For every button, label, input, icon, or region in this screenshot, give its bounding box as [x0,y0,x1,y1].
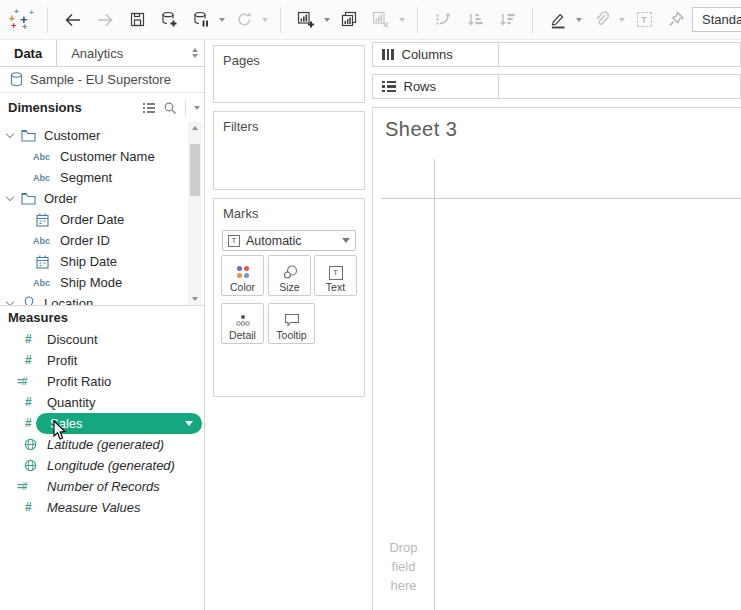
date-type-icon [36,213,49,227]
pane-sort-icon[interactable] [186,40,204,66]
calculated-type-icon: =# [17,376,26,387]
date-type-icon [36,255,49,269]
field-row-ship-mode[interactable]: Abc Ship Mode [0,272,204,293]
run-auto-updates-caret [260,18,269,22]
fix-axes-button [663,7,689,33]
tableau-window: + + + + + + [0,0,741,610]
scroll-down-icon[interactable] [188,293,202,305]
field-row-longitude[interactable]: Longitude (generated) [0,455,204,476]
mark-type-dropdown[interactable]: T Automatic [222,230,356,251]
string-type-icon: Abc [33,152,50,162]
clear-sheet-button [368,7,394,33]
field-row-customer-name[interactable]: Abc Customer Name [0,146,204,167]
rows-shelf[interactable]: Rows [372,74,741,99]
save-button[interactable] [124,7,150,33]
string-type-icon: Abc [33,278,50,288]
new-worksheet-caret[interactable] [322,18,331,22]
globe-icon [24,459,37,472]
sheet-canvas[interactable]: Sheet 3 Drop field here [372,107,741,610]
search-icon[interactable] [163,101,177,115]
toolbar-separator [532,7,533,33]
new-worksheet-button[interactable] [293,7,319,33]
clear-sheet-caret [397,18,406,22]
tooltip-icon [283,312,301,328]
field-row-measure-values[interactable]: # Measure Values [0,497,204,518]
tab-data[interactable]: Data [0,40,57,66]
shelf-column: Pages Filters Marks T Automatic Color [205,40,370,610]
axis-divider-vertical [434,159,435,610]
globe-icon [24,438,37,451]
map-pin-icon [24,296,34,305]
columns-shelf[interactable]: Columns [372,42,741,67]
folder-icon [21,192,36,205]
undo-button[interactable] [60,7,86,33]
sheet-title: Sheet 3 [385,118,457,141]
redo-button[interactable] [92,7,118,33]
toolbar-separator [417,7,418,33]
filters-shelf[interactable]: Filters [213,111,365,190]
folder-icon [21,129,36,142]
mouse-cursor [53,420,68,441]
text-button[interactable]: T Text [314,255,357,296]
field-row-quantity[interactable]: # Quantity [0,392,204,413]
highlight-button[interactable] [545,7,571,33]
chevron-down-icon[interactable] [6,298,14,305]
field-row-latitude[interactable]: Latitude (generated) [0,434,204,455]
mark-type-value: Automatic [246,234,302,248]
tab-analytics[interactable]: Analytics [57,40,186,66]
field-row-segment[interactable]: Abc Segment [0,167,204,188]
number-type-icon: # [25,500,32,514]
data-pane: Data Analytics Sample - EU Superstore Di… [0,40,205,610]
view-list-icon[interactable] [143,103,155,113]
pane-tabs: Data Analytics [0,40,204,67]
scroll-up-icon[interactable] [188,122,202,134]
duplicate-sheet-button[interactable] [336,7,362,33]
pages-shelf[interactable]: Pages [213,45,365,103]
field-row-profit[interactable]: # Profit [0,350,204,371]
pill-caret-icon[interactable] [185,421,193,426]
tooltip-button[interactable]: Tooltip [268,303,315,344]
field-row-number-of-records[interactable]: =# Number of Records [0,476,204,497]
marks-card: Marks T Automatic Color Size T [213,198,365,397]
group-members-caret [617,18,626,22]
field-row-discount[interactable]: # Discount [0,329,204,350]
mark-type-caret[interactable] [342,238,350,243]
field-row-ship-date[interactable]: Ship Date [0,251,204,272]
tableau-logo-icon[interactable]: + + + + + + [8,7,38,33]
dimensions-scrollbar[interactable] [188,122,202,305]
text-icon: T [329,266,343,280]
axis-divider-horizontal [381,198,741,199]
pause-auto-updates-caret[interactable] [217,18,226,22]
size-button[interactable]: Size [268,255,311,296]
worksheet-area: Columns Rows Sheet 3 Drop field here [370,40,741,610]
columns-label: Columns [402,47,453,62]
run-auto-updates-button [231,7,257,33]
field-row-profit-ratio[interactable]: =# Profit Ratio [0,371,204,392]
field-row-sales[interactable]: # Sales [0,413,204,434]
show-mark-labels-glyph: T [637,12,652,27]
text-mark-icon: T [228,235,240,247]
datasource-icon [10,72,23,87]
chevron-down-icon[interactable] [6,193,14,201]
scrollbar-thumb[interactable] [190,144,200,196]
toolbar-separator [47,7,48,33]
new-data-source-button[interactable] [156,7,182,33]
dimensions-menu-caret[interactable] [194,106,200,110]
pause-auto-updates-button[interactable] [188,7,214,33]
field-row-order[interactable]: Order [0,188,204,209]
dimensions-header: Dimensions [0,93,204,122]
string-type-icon: Abc [33,236,50,246]
calculated-type-icon: =# [17,481,26,492]
string-type-icon: Abc [33,173,50,183]
swap-rows-columns-button [430,7,456,33]
field-row-order-id[interactable]: Abc Order ID [0,230,204,251]
field-row-customer[interactable]: Customer [0,125,204,146]
fit-selector[interactable]: Standard [692,7,741,32]
chevron-down-icon[interactable] [6,130,14,138]
detail-button[interactable]: Detail [221,303,264,344]
highlight-caret[interactable] [574,18,583,22]
color-button[interactable]: Color [221,255,264,296]
datasource-item[interactable]: Sample - EU Superstore [0,67,204,93]
field-row-order-date[interactable]: Order Date [0,209,204,230]
field-row-location[interactable]: Location [0,293,204,305]
